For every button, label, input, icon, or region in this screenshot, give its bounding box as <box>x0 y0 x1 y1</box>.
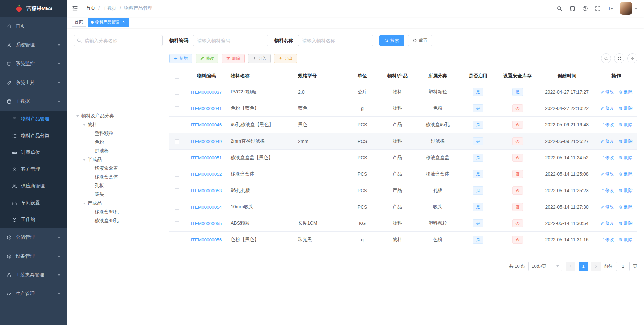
font-size-button[interactable] <box>604 0 617 17</box>
table-row[interactable]: ITEM00000054 10mm吸头 PCS 产品 吸头 是 否 2022-0… <box>169 199 637 215</box>
row-delete-link[interactable]: 删除 <box>619 138 632 144</box>
table-row[interactable]: ITEM00000052 移液盒盒体 PCS 产品 移液盒盒体 是 否 2022… <box>169 166 637 182</box>
row-checkbox[interactable] <box>175 139 179 144</box>
row-checkbox[interactable] <box>175 106 179 111</box>
item-code-link[interactable]: ITEM00000051 <box>191 155 222 160</box>
row-edit-link[interactable]: 修改 <box>600 138 614 144</box>
tree-leaf[interactable]: 移液盒48孔 <box>74 216 163 225</box>
page-size-select[interactable]: 10条/页 <box>528 262 562 271</box>
row-edit-link[interactable]: 修改 <box>600 105 614 111</box>
tree-leaf[interactable]: 过滤棉 <box>74 147 163 155</box>
row-edit-link[interactable]: 修改 <box>600 122 614 128</box>
row-delete-link[interactable]: 删除 <box>619 89 632 95</box>
sidebar-item-home[interactable]: 首页 <box>0 17 67 36</box>
item-code-link[interactable]: ITEM00000041 <box>191 106 222 111</box>
row-delete-link[interactable]: 删除 <box>619 237 632 243</box>
next-page-button[interactable] <box>591 262 601 271</box>
sidebar-subitem-workstation[interactable]: 工作站 <box>0 211 67 228</box>
sidebar-item-warehouse-management[interactable]: 仓储管理 <box>0 228 67 247</box>
tree-group-semifinished[interactable]: 半成品 <box>74 155 163 164</box>
row-delete-link[interactable]: 删除 <box>619 122 632 128</box>
goto-page-input[interactable] <box>616 262 630 271</box>
import-button[interactable]: 导入 <box>248 54 271 63</box>
sidebar-item-master-data[interactable]: 主数据 <box>0 92 67 111</box>
sidebar-item-system-monitor[interactable]: 系统监控 <box>0 54 67 73</box>
row-checkbox[interactable] <box>175 205 179 210</box>
row-checkbox[interactable] <box>175 123 179 127</box>
delete-button[interactable]: 删除 <box>222 54 245 63</box>
tree-leaf[interactable]: 移液盒盒体 <box>74 173 163 181</box>
sidebar-item-equipment-management[interactable]: 设备管理 <box>0 247 67 266</box>
add-button[interactable]: 新增 <box>169 54 192 63</box>
row-delete-link[interactable]: 删除 <box>619 204 632 210</box>
item-code-link[interactable]: ITEM00000054 <box>191 205 222 210</box>
table-row[interactable]: ITEM00000051 移液盒盒盖【黑色】 PCS 产品 移液盒盒盖 是 否 … <box>169 149 637 166</box>
tree-leaf[interactable]: 色粉 <box>74 138 163 147</box>
edit-button[interactable]: 修改 <box>196 54 218 63</box>
table-row[interactable]: ITEM00000037 PVC2.0颗粒 2.0 公斤 物料 塑料颗粒 是 是… <box>169 84 637 100</box>
row-edit-link[interactable]: 修改 <box>600 187 614 194</box>
row-edit-link[interactable]: 修改 <box>600 204 614 210</box>
row-checkbox[interactable] <box>175 188 179 193</box>
user-menu[interactable] <box>617 2 640 15</box>
item-code-link[interactable]: ITEM00000046 <box>191 122 222 127</box>
table-row[interactable]: ITEM00000056 色粉【黑色】 珠光黑 g 物料 色粉 是 否 2022… <box>169 231 637 248</box>
row-checkbox[interactable] <box>175 156 179 160</box>
row-checkbox[interactable] <box>175 172 179 177</box>
row-delete-link[interactable]: 删除 <box>619 155 632 161</box>
row-checkbox[interactable] <box>175 90 179 95</box>
toggle-search-button[interactable] <box>601 53 611 63</box>
tab-material-product-management[interactable]: 物料产品管理 <box>88 18 129 27</box>
sidebar-toggle-button[interactable] <box>67 0 83 17</box>
page-1-button[interactable]: 1 <box>579 262 588 271</box>
row-checkbox[interactable] <box>175 221 179 226</box>
table-row[interactable]: ITEM00000041 色粉【蓝色】 蓝色 g 物料 色粉 是 否 2022-… <box>169 100 637 116</box>
table-row[interactable]: ITEM00000055 ABS颗粒 长度1CM KG 物料 塑料颗粒 是 否 … <box>169 215 637 231</box>
tab-home[interactable]: 首页 <box>72 18 86 27</box>
material-name-input[interactable] <box>298 35 373 46</box>
item-code-link[interactable]: ITEM00000052 <box>191 172 222 177</box>
select-all-checkbox[interactable] <box>175 74 179 79</box>
sidebar-item-fixture-management[interactable]: 工装夹具管理 <box>0 266 67 284</box>
sidebar-item-system-tools[interactable]: 系统工具 <box>0 73 67 92</box>
table-row[interactable]: ITEM00000049 2mm直径过滤棉 2mm PCS 物料 过滤棉 是 否… <box>169 133 637 149</box>
sidebar-subitem-workshop-settings[interactable]: 车间设置 <box>0 195 67 211</box>
tree-leaf[interactable]: 塑料颗粒 <box>74 129 163 138</box>
tree-leaf[interactable]: 吸头 <box>74 190 163 199</box>
item-code-link[interactable]: ITEM00000056 <box>191 237 222 242</box>
row-delete-link[interactable]: 删除 <box>619 187 632 194</box>
row-delete-link[interactable]: 删除 <box>619 220 632 226</box>
sidebar-item-system-management[interactable]: 系统管理 <box>0 36 67 54</box>
sidebar-subitem-customer-management[interactable]: 客户管理 <box>0 161 67 178</box>
row-delete-link[interactable]: 删除 <box>619 171 632 177</box>
row-edit-link[interactable]: 修改 <box>600 89 614 95</box>
column-settings-button[interactable] <box>627 53 637 63</box>
material-code-input[interactable] <box>193 35 268 46</box>
close-tab-icon[interactable] <box>121 20 126 25</box>
sidebar-subitem-measurement-unit[interactable]: 计量单位 <box>0 144 67 161</box>
search-button[interactable]: 搜索 <box>379 35 404 46</box>
help-button[interactable] <box>579 0 591 17</box>
row-delete-link[interactable]: 删除 <box>619 105 632 111</box>
tree-root-node[interactable]: 物料及产品分类 <box>74 112 163 120</box>
sidebar-subitem-material-product-management[interactable]: 物料产品管理 <box>0 111 67 127</box>
category-search-input[interactable] <box>74 35 163 46</box>
table-row[interactable]: ITEM00000046 96孔移液盒【黑色】 黑色 PCS 产品 移液盒96孔… <box>169 116 637 133</box>
reset-button[interactable]: 重置 <box>408 35 432 46</box>
row-edit-link[interactable]: 修改 <box>600 237 614 243</box>
fullscreen-button[interactable] <box>591 0 604 17</box>
tree-group-material[interactable]: 物料 <box>74 120 163 129</box>
tree-leaf[interactable]: 孔板 <box>74 181 163 190</box>
table-row[interactable]: ITEM00000053 96孔孔板 PCS 产品 孔板 是 否 2022-05… <box>169 182 637 199</box>
header-search-button[interactable] <box>553 0 566 17</box>
item-code-link[interactable]: ITEM00000053 <box>191 188 222 193</box>
item-code-link[interactable]: ITEM00000037 <box>191 90 222 95</box>
tree-group-finished[interactable]: 产成品 <box>74 199 163 208</box>
user-avatar[interactable] <box>620 2 632 15</box>
row-checkbox[interactable] <box>175 238 179 242</box>
refresh-table-button[interactable] <box>614 53 624 63</box>
tree-leaf[interactable]: 移液盒96孔 <box>74 208 163 216</box>
app-logo[interactable]: 苦糖果MES <box>0 0 67 17</box>
item-code-link[interactable]: ITEM00000049 <box>191 139 222 144</box>
breadcrumb-item-home[interactable]: 首页 <box>86 5 95 11</box>
